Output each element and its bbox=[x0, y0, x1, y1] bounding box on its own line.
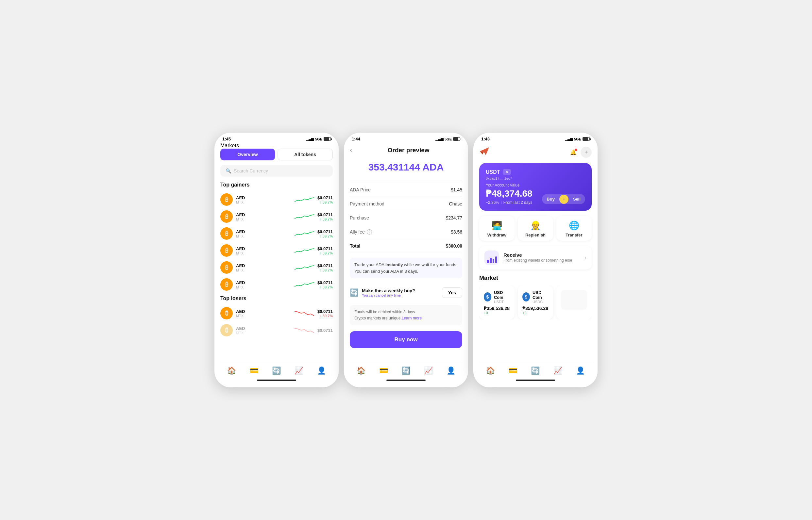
buy-sell-divider: ○ bbox=[559, 195, 568, 204]
market-price-0: ₱359,536.28 bbox=[484, 306, 510, 311]
market-card-0[interactable]: $ USD Coin USDT ₱359,536.28 +0 bbox=[479, 285, 515, 319]
nav-home-2[interactable]: 🏠 bbox=[356, 366, 366, 375]
market-section-title: Market bbox=[479, 275, 592, 282]
tab-overview[interactable]: Overview bbox=[220, 149, 275, 160]
nav-exchange-2[interactable]: 🔄 bbox=[401, 366, 410, 375]
nav-profile-3[interactable]: 👤 bbox=[576, 366, 585, 375]
action-row: 🧑‍💻 Withdraw 👷 Replenish 🌐 Transfer bbox=[479, 216, 592, 241]
home-header: 🔔 + bbox=[479, 143, 592, 163]
coin-icon-0: ₿ bbox=[220, 193, 233, 206]
market-coin-name-1: USD Coin bbox=[533, 290, 548, 300]
receive-arrow-icon: › bbox=[585, 255, 587, 261]
gainer-row-5[interactable]: ₿ AED MTX $0.0711 ↑ 39.7% bbox=[220, 276, 333, 293]
top-gainers-label: Top gainers bbox=[220, 182, 333, 188]
payment-value: Chase bbox=[449, 201, 462, 206]
back-button[interactable]: ‹ bbox=[350, 146, 352, 155]
gainer-row-4[interactable]: ₿ AED MTX $0.0711 ↑ 39.7% bbox=[220, 259, 333, 276]
nav-wallet-3[interactable]: 💳 bbox=[509, 366, 517, 375]
buy-now-button[interactable]: Buy now bbox=[350, 331, 462, 348]
home-indicator-2 bbox=[386, 380, 426, 381]
loser-coin-icon-1: ₿ bbox=[220, 324, 233, 336]
market-price-1: ₱359,536.28 bbox=[522, 306, 548, 311]
transfer-card[interactable]: 🌐 Transfer bbox=[556, 216, 592, 241]
nav-chart-3[interactable]: 📈 bbox=[553, 366, 562, 375]
notification-bell[interactable]: 🔔 bbox=[570, 149, 576, 155]
bottom-nav-2: 🏠 💳 🔄 📈 👤 bbox=[350, 363, 462, 377]
price-5: $0.0711 bbox=[317, 280, 333, 285]
signal-battery-2: ▁▃▅ 5GE bbox=[436, 137, 460, 141]
coin-name-3: AED bbox=[236, 246, 291, 251]
nav-profile-1[interactable]: 👤 bbox=[317, 366, 326, 375]
purchase-value: $234.77 bbox=[446, 215, 462, 220]
loser-row-0[interactable]: ₿ AED MTX $0.0711 ↓ 39.7% bbox=[220, 305, 333, 322]
add-button[interactable]: + bbox=[581, 147, 592, 158]
search-placeholder: Search Currency bbox=[234, 168, 268, 174]
loser-coin-name-1: AED bbox=[236, 326, 291, 331]
replenish-label: Replenish bbox=[525, 233, 546, 237]
change-0: ↑ 39.7% bbox=[317, 200, 333, 204]
yes-button[interactable]: Yes bbox=[442, 287, 462, 298]
app-logo bbox=[479, 146, 490, 158]
loser-coin-sub-1: MTX bbox=[236, 331, 291, 335]
nav-profile-2[interactable]: 👤 bbox=[446, 366, 456, 375]
coin-icon-2: ₿ bbox=[220, 227, 233, 240]
coin-sub-3: MTX bbox=[236, 251, 291, 255]
coin-icon-3: ₿ bbox=[220, 244, 233, 257]
market-coin-sub-1: USDC bbox=[533, 300, 548, 304]
nav-exchange-1[interactable]: 🔄 bbox=[272, 366, 281, 375]
receive-card[interactable]: Receive From existing wallets or somethi… bbox=[479, 246, 592, 269]
coin-sub-0: MTX bbox=[236, 200, 291, 204]
purchase-label: Purchase bbox=[350, 215, 369, 220]
nav-chart-1[interactable]: 📈 bbox=[295, 366, 303, 375]
buy-button[interactable]: Buy bbox=[542, 194, 559, 204]
sparkline-0 bbox=[295, 195, 314, 204]
home-indicator-3 bbox=[516, 380, 555, 381]
search-currency-box[interactable]: 🔍 Search Currency bbox=[220, 165, 333, 177]
loser-coin-icon-0: ₿ bbox=[220, 307, 233, 319]
search-icon: 🔍 bbox=[226, 168, 231, 174]
replenish-icon: 👷 bbox=[530, 220, 541, 231]
loser-coin-sub-0: MTX bbox=[236, 314, 291, 318]
phone-home: 1:43 ▁▃▅ 5GE 🔔 bbox=[473, 133, 597, 387]
market-change-0: +0 bbox=[484, 311, 510, 315]
coin-name-0: AED bbox=[236, 195, 291, 200]
market-coin-name-0: USD Coin bbox=[494, 290, 510, 300]
nav-chart-2[interactable]: 📈 bbox=[424, 366, 433, 375]
loser-row-1[interactable]: ₿ AED MTX $0.0711 bbox=[220, 322, 333, 339]
withdraw-icon: 🧑‍💻 bbox=[492, 220, 502, 231]
tab-all-tokens[interactable]: All tokens bbox=[277, 149, 333, 160]
change-4: ↑ 39.7% bbox=[317, 268, 333, 272]
withdraw-card[interactable]: 🧑‍💻 Withdraw bbox=[479, 216, 515, 241]
order-divider-top bbox=[350, 181, 462, 181]
sparkline-2 bbox=[295, 229, 314, 238]
time-3: 1:43 bbox=[481, 136, 490, 141]
gainer-row-3[interactable]: ₿ AED MTX $0.0711 ↑ 39.7% bbox=[220, 242, 333, 259]
coin-name-1: AED bbox=[236, 212, 291, 217]
nav-home-3[interactable]: 🏠 bbox=[486, 366, 495, 375]
nav-wallet-1[interactable]: 💳 bbox=[250, 366, 259, 375]
nav-home-1[interactable]: 🏠 bbox=[227, 366, 236, 375]
receive-subtitle: From existing wallets or something else bbox=[503, 258, 580, 263]
receive-title: Receive bbox=[503, 252, 580, 258]
gainer-row-2[interactable]: ₿ AED MTX $0.0711 ↑ 39.7% bbox=[220, 225, 333, 242]
gainer-row-0[interactable]: ₿ AED MTX $0.0711 ↑ 39.7% bbox=[220, 191, 333, 208]
gainer-row-1[interactable]: ₿ AED MTX $0.0711 ↑ 39.7% bbox=[220, 208, 333, 225]
battery-icon-3 bbox=[583, 137, 590, 141]
nav-exchange-3[interactable]: 🔄 bbox=[531, 366, 540, 375]
phone-markets: 1:45 ▁▃▅ 5GE Markets Overview All tokens… bbox=[215, 133, 339, 387]
market-change-1: +0 bbox=[522, 311, 548, 315]
market-card-1[interactable]: $ USD Coin USDC ₱359,536.28 +0 bbox=[518, 285, 553, 319]
order-row-purchase: Purchase $234.77 bbox=[350, 211, 462, 225]
app-container: 1:45 ▁▃▅ 5GE Markets Overview All tokens… bbox=[215, 133, 597, 387]
bottom-nav-1: 🏠 💳 🔄 📈 👤 bbox=[220, 363, 333, 377]
nav-wallet-2[interactable]: 💳 bbox=[379, 366, 388, 375]
coin-name-4: AED bbox=[236, 263, 291, 268]
price-2: $0.0711 bbox=[317, 229, 333, 234]
loser-sparkline-0 bbox=[295, 309, 314, 318]
info-icon[interactable]: ? bbox=[367, 229, 372, 235]
replenish-card[interactable]: 👷 Replenish bbox=[518, 216, 553, 241]
markets-title: Markets bbox=[220, 143, 333, 149]
sell-button[interactable]: Sell bbox=[568, 194, 585, 204]
change-5: ↑ 39.7% bbox=[317, 285, 333, 289]
coin-icon-5: ₿ bbox=[220, 278, 233, 291]
